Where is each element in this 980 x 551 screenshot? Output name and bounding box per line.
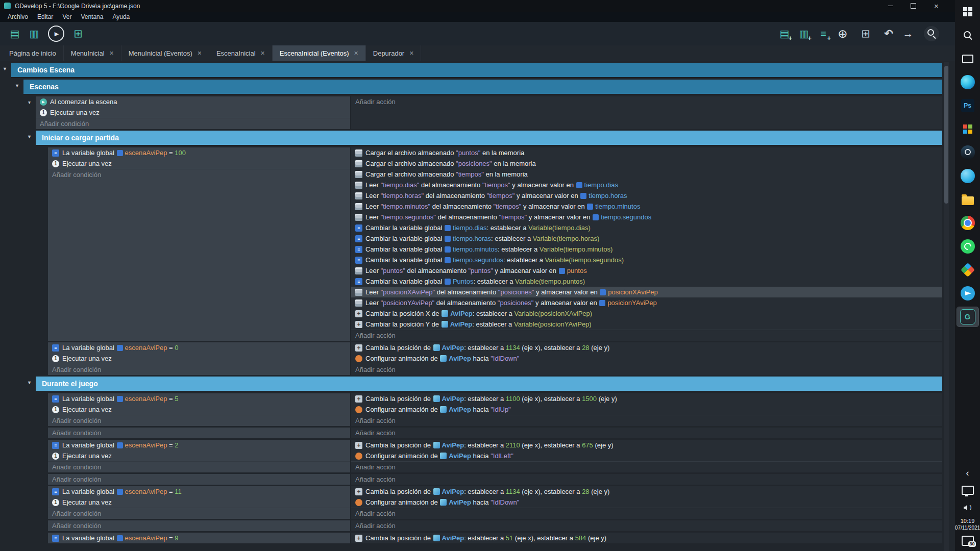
add-action-button[interactable]: Añadir acción [351,474,942,485]
minimize-button[interactable] [879,0,902,12]
event-line[interactable]: La variable global escenaAviPep = 9 [48,533,350,543]
close-button[interactable]: × [925,0,948,12]
menu-editar[interactable]: Editar [33,13,58,20]
choose-event-icon[interactable] [857,26,874,42]
group-header-escenas[interactable]: ▾Escenas [23,80,942,94]
event-line[interactable]: Cambiar la posición X de AviPep: estable… [351,308,942,319]
event-line[interactable]: Leer "puntos" del almacenamiento "puntos… [351,265,942,276]
tab-menuinicial[interactable]: MenuInicial× [64,45,121,61]
event-line[interactable]: Configurar animación de AviPep hacia "Id… [351,404,942,415]
photoshop-icon[interactable] [957,96,978,115]
photos-icon[interactable] [957,260,978,280]
event-line[interactable]: Leer "posicionYAviPep" del almacenamient… [351,297,942,308]
event-line[interactable]: Cargar el archivo almacenado "tiempos" e… [351,169,942,180]
event-line[interactable]: Cambia la posición de AviPep: establecer… [351,440,942,450]
tab-close-icon[interactable]: × [409,49,413,57]
collapse-caret-icon[interactable]: ▾ [28,99,31,106]
scene-editor-icon[interactable] [26,26,42,42]
event-line[interactable]: Cambiar la variable global tiempo.segund… [351,255,942,265]
event-line[interactable]: Configurar animación de AviPep hacia "Id… [351,353,942,364]
event-line[interactable]: La variable global escenaAviPep = 0 [48,342,350,353]
notifications-icon[interactable]: 30 [962,536,974,546]
chrome-icon[interactable] [957,213,978,233]
add-comment-icon[interactable] [815,26,831,42]
event-line[interactable]: Ejecutar una vez [36,107,350,118]
menu-archivo[interactable]: Archivo [3,13,33,20]
scrollbar-thumb[interactable] [944,66,948,204]
event-line[interactable]: Cambiar la variable global Puntos: estab… [351,276,942,287]
add-action-button[interactable]: Añadir acción [351,96,942,107]
add-condition-button[interactable]: Añadir condición [36,118,350,129]
hidden-icons-chevron-icon[interactable] [957,465,978,481]
add-action-button[interactable]: Añadir acción [351,520,942,531]
office-icon[interactable] [957,119,978,139]
menu-ayuda[interactable]: Ayuda [108,13,134,20]
event-line[interactable]: Cambia la posición de AviPep: establecer… [351,342,942,353]
whatsapp-icon[interactable] [957,237,978,256]
add-action-button[interactable]: Añadir acción [351,508,942,519]
add-condition-button[interactable]: Añadir condición [48,169,350,180]
taskbar-clock[interactable]: 10:19 07/11/2021 [955,517,980,532]
event-line[interactable]: La variable global escenaAviPep = 2 [48,440,350,450]
tab-close-icon[interactable]: × [110,49,114,57]
add-action-button[interactable]: Añadir acción [351,364,942,375]
tab-escenainicial[interactable]: EscenaInicial× [209,45,273,61]
add-condition-button[interactable]: Añadir condición [48,428,350,438]
event-line[interactable]: Cambia la posición de AviPep: establecer… [351,486,942,497]
add-condition-button[interactable]: Añadir condición [48,508,350,519]
add-condition-button[interactable]: Añadir condición [48,461,350,472]
debugger-icon[interactable] [70,26,86,42]
event-line[interactable]: Leer "tiempo.segundos" del almacenamient… [351,212,942,222]
steam-icon[interactable] [957,143,978,162]
tab-escenainicial-eventos[interactable]: EscenaInicial (Eventos)× [273,45,366,61]
volume-icon[interactable] [957,500,978,515]
display-icon[interactable] [957,483,978,498]
search-events-icon[interactable] [924,26,939,41]
preview-icon[interactable] [48,26,64,42]
tab-depurador[interactable]: Depurador× [366,45,422,61]
event-line[interactable]: Ejecutar una vez [48,158,350,169]
event-line[interactable]: Configurar animación de AviPep hacia "Id… [351,497,942,508]
event-line[interactable]: Leer "tiempo.horas" del almacenamiento "… [351,190,942,201]
event-line[interactable]: Cambiar la posición Y de AviPep: estable… [351,319,942,330]
event-line[interactable]: La variable global escenaAviPep = 11 [48,486,350,497]
start-button-icon[interactable] [957,2,978,21]
add-subevent-icon[interactable] [796,26,812,42]
tab-pagina-de-inicio[interactable]: Página de inicio [2,45,64,61]
task-view-icon[interactable] [957,49,978,68]
tab-menuinicial-eventos[interactable]: MenuInicial (Eventos)× [121,45,209,61]
add-condition-button[interactable]: Añadir condición [48,364,350,375]
collapse-caret-icon[interactable]: ▾ [28,379,31,386]
event-line[interactable]: Cargar el archivo almacenado "puntos" en… [351,147,942,158]
add-event-icon[interactable] [776,26,793,42]
add-condition-button[interactable]: Añadir condición [48,415,350,426]
maximize-button[interactable] [902,0,925,12]
undo-icon[interactable] [880,26,897,42]
file-explorer-icon[interactable] [957,190,978,209]
collapse-caret-icon[interactable]: ▾ [16,82,18,89]
event-line[interactable]: Cambiar la variable global tiempo.dias: … [351,222,942,233]
group-header-durante-el-juego[interactable]: ▾Durante el juego [36,377,942,391]
event-line[interactable]: Cambiar la variable global tiempo.minuto… [351,244,942,255]
event-line[interactable]: Configurar animación de AviPep hacia "Id… [351,450,942,461]
group-header-iniciar-o-cargar-partida[interactable]: ▾Iniciar o cargar partida [36,131,942,145]
add-condition-button[interactable]: Añadir condición [48,474,350,485]
add-action-button[interactable]: Añadir acción [351,415,942,426]
redo-icon[interactable] [900,26,916,42]
event-line[interactable]: Al comenzar la escena [36,96,350,107]
menu-ver[interactable]: Ver [58,13,76,20]
tab-close-icon[interactable]: × [354,49,358,57]
collapse-caret-icon[interactable]: ▾ [4,65,6,72]
tab-close-icon[interactable]: × [261,49,265,57]
add-condition-button[interactable]: Añadir condición [48,520,350,531]
event-line[interactable]: La variable global escenaAviPep = 100 [48,147,350,158]
vertical-scrollbar[interactable] [944,62,949,551]
event-line[interactable]: Leer "tiempo.dias" del almacenamiento "t… [351,180,942,190]
event-line[interactable]: Cambiar la variable global tiempo.horas:… [351,233,942,244]
event-line[interactable]: Ejecutar una vez [48,353,350,364]
tab-close-icon[interactable]: × [198,49,202,57]
event-line[interactable]: Leer "posicionXAviPep" del almacenamient… [351,287,942,297]
telegram-icon[interactable] [957,284,978,303]
add-event-menu-icon[interactable] [835,26,851,42]
add-action-button[interactable]: Añadir acción [351,428,942,438]
